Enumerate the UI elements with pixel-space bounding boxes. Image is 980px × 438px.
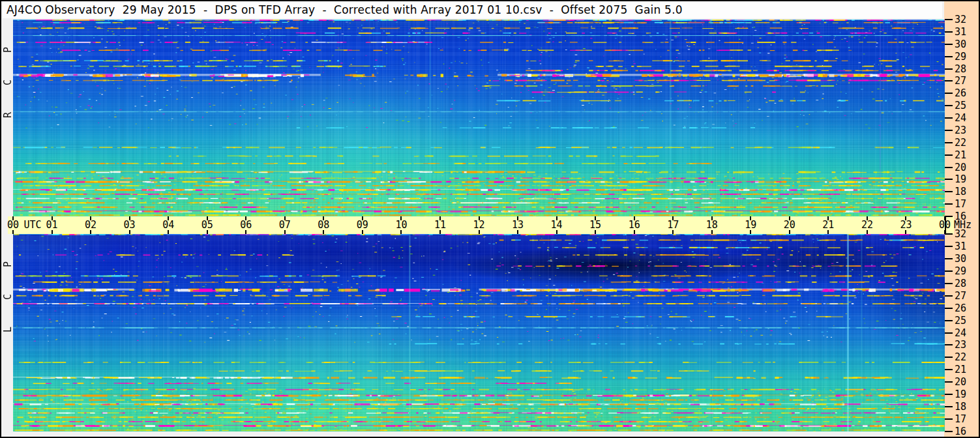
time-tick-label: 03 — [118, 220, 141, 230]
time-axis-utc-label: UTC — [21, 220, 44, 230]
freq-tick-label: 23 — [955, 124, 978, 136]
freq-tick — [945, 93, 953, 94]
freq-tick-label: 21 — [955, 149, 978, 161]
freq-tick-label: 26 — [955, 87, 978, 99]
freq-tick — [945, 246, 953, 247]
freq-tick — [945, 117, 953, 119]
time-tick-label: 11 — [428, 220, 452, 230]
time-tick-label: 05 — [196, 220, 219, 230]
freq-tick-label: 30 — [955, 38, 978, 50]
freq-tick-label: 24 — [955, 327, 978, 339]
freq-tick-label: 19 — [955, 173, 978, 185]
freq-tick-label: 21 — [955, 364, 978, 375]
time-tick-label: 08 — [312, 220, 335, 230]
freq-tick — [945, 191, 953, 192]
freq-tick-label: 23 — [955, 339, 978, 351]
time-tick-label: 20 — [778, 220, 801, 230]
freq-tick-label: 25 — [955, 315, 978, 327]
freq-tick — [945, 142, 953, 143]
freq-tick — [945, 203, 953, 205]
time-tick-label: 14 — [545, 220, 569, 230]
page-title: AJ4CO Observatory 29 May 2015 - DPS on T… — [7, 3, 683, 16]
title-bar: AJ4CO Observatory 29 May 2015 - DPS on T… — [3, 1, 942, 18]
freq-tick — [945, 295, 953, 297]
freq-tick-label: 27 — [955, 75, 978, 87]
time-tick-label: 07 — [273, 220, 297, 230]
freq-tick — [945, 68, 953, 70]
freq-tick-label: 16 — [955, 426, 978, 437]
freq-tick — [945, 258, 953, 259]
freq-tick — [945, 320, 953, 321]
freq-tick-label: 29 — [955, 51, 978, 63]
time-tick-label: 04 — [156, 220, 180, 230]
time-tick-label: 23 — [894, 220, 917, 230]
freq-tick — [945, 56, 953, 57]
time-axis: 0001020304050607080910111213141516171819… — [8, 216, 954, 234]
freq-tick — [945, 406, 953, 407]
freq-tick — [945, 394, 953, 395]
time-tick-label: 17 — [661, 220, 685, 230]
lcp-spectrogram — [13, 234, 945, 431]
freq-tick — [945, 130, 953, 131]
freq-tick-label: 18 — [955, 401, 978, 413]
time-tick-label: 12 — [468, 220, 491, 230]
spectrogram-window: AJ4CO Observatory 29 May 2015 - DPS on T… — [0, 0, 980, 438]
freq-tick-label: 26 — [955, 302, 978, 314]
freq-tick — [945, 154, 953, 156]
freq-tick-label: 24 — [955, 112, 978, 124]
freq-tick — [945, 44, 953, 45]
freq-tick — [945, 270, 953, 272]
freq-tick — [945, 357, 953, 358]
freq-tick-label: 20 — [955, 162, 978, 173]
freq-tick-label: 20 — [955, 376, 978, 388]
time-tick-label: 16 — [623, 220, 646, 230]
freq-tick-label: 31 — [955, 26, 978, 38]
time-tick-label: 19 — [739, 220, 762, 230]
freq-tick-label: 17 — [955, 413, 978, 425]
time-tick-label: 15 — [584, 220, 607, 230]
freq-tick — [945, 105, 953, 106]
time-tick-label: 21 — [816, 220, 840, 230]
freq-tick-label: 22 — [955, 137, 978, 149]
freq-tick — [945, 179, 953, 180]
freq-tick-label: 30 — [955, 253, 978, 265]
freq-tick — [945, 80, 953, 81]
freq-tick — [945, 418, 953, 420]
freq-tick-label: 29 — [955, 265, 978, 277]
freq-tick — [945, 431, 953, 432]
freq-tick — [945, 332, 953, 334]
freq-tick — [945, 369, 953, 370]
freq-tick — [945, 167, 953, 168]
freq-tick — [945, 308, 953, 309]
time-tick-label: 09 — [351, 220, 374, 230]
axis-joint-line — [945, 216, 946, 234]
time-tick-label: 10 — [389, 220, 413, 230]
freq-tick-label: 16 — [955, 211, 978, 222]
freq-tick-label: 32 — [955, 228, 978, 240]
freq-tick-label: 19 — [955, 388, 978, 400]
freq-tick-label: 17 — [955, 198, 978, 210]
time-tick-label: 22 — [855, 220, 879, 230]
freq-tick-label: 27 — [955, 290, 978, 302]
freq-tick — [945, 344, 953, 345]
time-tick-label: 06 — [234, 220, 258, 230]
freq-tick-label: 32 — [955, 14, 978, 25]
freq-tick-label: 18 — [955, 186, 978, 197]
rcp-spectrogram — [13, 20, 945, 216]
time-tick-label: 13 — [506, 220, 529, 230]
freq-tick-label: 31 — [955, 241, 978, 252]
freq-tick — [945, 283, 953, 284]
freq-tick-label: 28 — [955, 63, 978, 75]
freq-tick-label: 25 — [955, 100, 978, 111]
freq-tick — [945, 381, 953, 383]
freq-tick — [945, 19, 953, 20]
freq-tick — [945, 31, 953, 33]
freq-tick-label: 22 — [955, 351, 978, 363]
freq-tick-label: 28 — [955, 278, 978, 289]
time-tick-label: 18 — [700, 220, 724, 230]
time-tick-label: 02 — [79, 220, 102, 230]
